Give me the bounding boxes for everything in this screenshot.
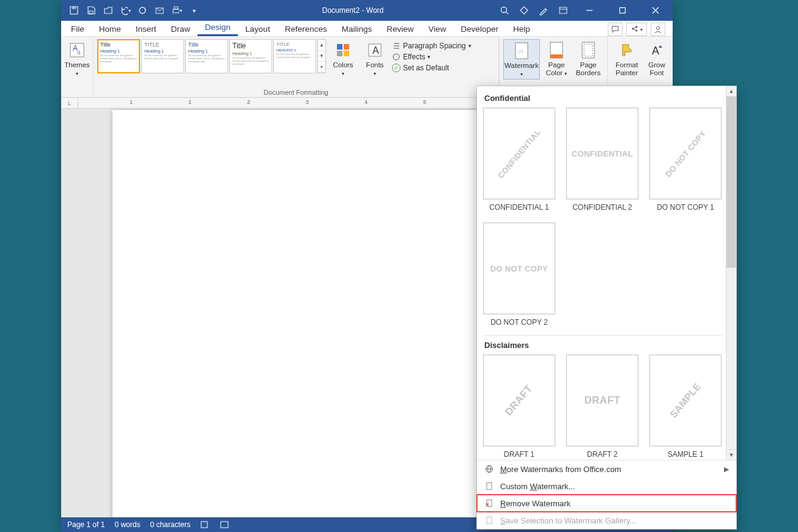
status-proofing-icon[interactable] (200, 520, 210, 529)
svg-rect-9 (560, 7, 567, 13)
themes-button[interactable]: Aa Themes▾ (65, 39, 89, 78)
tab-references[interactable]: References (278, 22, 334, 36)
status-chars[interactable]: 0 characters (150, 520, 190, 529)
svg-text:A: A (652, 45, 659, 57)
window-mode-icon[interactable] (558, 5, 569, 16)
tab-insert[interactable]: Insert (128, 22, 164, 36)
quick-access-toolbar: ▾ ▾ ▾ (61, 5, 207, 16)
account-button[interactable] (651, 23, 665, 36)
group-document-formatting: TitleHeading 1On the Insert tab, the gal… (94, 37, 499, 97)
page-formatting-options: Paragraph Spacing ▾ Effects ▾ ✓Set as De… (392, 39, 471, 72)
svg-rect-1 (72, 7, 76, 9)
style-set-thumb[interactable]: TITLEHeading 1On the Insert tab, the gal… (141, 39, 184, 73)
wm-more-online[interactable]: More Watermarks from Office.com ▶ (477, 460, 736, 478)
qat-more-icon[interactable]: ▾ (188, 5, 199, 16)
tab-developer[interactable]: Developer (454, 22, 506, 36)
group-label: Document Formatting (264, 87, 328, 97)
status-words[interactable]: 0 words (114, 520, 140, 529)
wm-item-do-not-copy-2[interactable]: DO NOT COPY DO NOT COPY 2 (483, 223, 555, 327)
svg-point-7 (501, 7, 507, 13)
quick-print-icon[interactable]: ▾ (171, 5, 182, 16)
tab-draw[interactable]: Draw (164, 22, 198, 36)
wm-item-confidential-1[interactable]: CONFIDENTIAL CONFIDENTIAL 1 (483, 108, 555, 212)
minimize-button[interactable] (577, 0, 602, 21)
diamond-icon[interactable] (519, 5, 530, 16)
scroll-down-icon[interactable]: ▼ (726, 449, 736, 460)
tab-layout[interactable]: Layout (238, 22, 278, 36)
watermark-gallery-panel: Confidential CONFIDENTIAL CONFIDENTIAL 1… (476, 86, 737, 530)
svg-point-16 (632, 28, 634, 30)
redo-icon[interactable] (137, 5, 148, 16)
svg-rect-22 (337, 44, 342, 50)
tab-mailings[interactable]: Mailings (334, 22, 380, 36)
svg-text:a: a (77, 49, 81, 56)
wm-item-do-not-copy-1[interactable]: DO NOT COPY DO NOT COPY 1 (649, 108, 722, 212)
wm-section-confidential: Confidential (483, 90, 722, 108)
tab-file[interactable]: File (64, 22, 92, 36)
set-as-default-button[interactable]: ✓Set as Default (392, 64, 471, 72)
style-set-thumb[interactable]: TitleHeading 1On the Insert tab, the gal… (185, 39, 228, 73)
pen-icon[interactable] (538, 5, 549, 16)
svg-rect-48 (487, 517, 492, 524)
grow-font-button[interactable]: A Grow Font (645, 39, 669, 78)
save-icon[interactable] (86, 5, 97, 16)
search-icon[interactable] (499, 5, 510, 16)
tab-view[interactable]: View (421, 22, 453, 36)
tab-review[interactable]: Review (379, 22, 421, 36)
paragraph-spacing-button[interactable]: Paragraph Spacing ▾ (392, 42, 471, 50)
undo-icon[interactable]: ▾ (120, 5, 131, 16)
wm-menu: More Watermarks from Office.com ▶ Custom… (477, 460, 736, 529)
gallery-scroll[interactable]: ▲▼▾ (317, 39, 326, 73)
page-color-button[interactable]: Page Color ▾ (542, 39, 571, 78)
scrollbar-thumb[interactable] (726, 97, 736, 268)
close-button[interactable] (643, 0, 668, 21)
autosave-icon[interactable] (68, 5, 79, 16)
page-icon (484, 481, 494, 491)
colors-button[interactable]: Colors▾ (328, 39, 358, 78)
svg-rect-12 (620, 8, 626, 13)
svg-rect-46 (487, 483, 492, 490)
svg-rect-24 (337, 51, 342, 56)
maximize-button[interactable] (610, 0, 635, 21)
style-set-thumb[interactable]: TitleHeading 1On the Insert tab, the gal… (229, 39, 272, 73)
comments-button[interactable] (608, 23, 623, 36)
status-macro-icon[interactable] (220, 520, 229, 529)
format-painter-button[interactable]: Format Painter (611, 39, 642, 78)
watermark-button[interactable]: Aa Watermark▾ (503, 39, 540, 79)
wm-item-draft-1[interactable]: DRAFT DRAFT 1 (483, 355, 555, 459)
page-save-icon (484, 515, 494, 525)
email-icon[interactable] (154, 5, 165, 16)
status-page[interactable]: Page 1 of 1 (67, 520, 105, 529)
style-set-gallery[interactable]: TitleHeading 1On the Insert tab, the gal… (97, 39, 326, 73)
svg-rect-35 (550, 54, 563, 58)
page-remove-icon (484, 498, 494, 508)
wm-custom[interactable]: Custom Watermark... (477, 478, 736, 495)
ruler-corner[interactable]: L (61, 98, 78, 109)
scroll-up-icon[interactable]: ▲ (726, 86, 736, 97)
tab-help[interactable]: Help (506, 22, 538, 36)
window-title: Document2 - Word (207, 6, 499, 15)
fonts-button[interactable]: A Fonts▾ (360, 39, 390, 78)
tab-design[interactable]: Design (198, 20, 238, 36)
wm-item-confidential-2[interactable]: CONFIDENTIAL CONFIDENTIAL 2 (566, 108, 638, 212)
svg-rect-5 (173, 9, 179, 13)
style-set-thumb[interactable]: TitleHeading 1On the Insert tab, the gal… (97, 39, 140, 73)
document-page[interactable] (113, 110, 487, 517)
wm-remove[interactable]: Remove Watermark (477, 495, 736, 512)
svg-point-15 (636, 26, 638, 28)
open-icon[interactable] (103, 5, 114, 16)
svg-point-31 (393, 54, 399, 60)
svg-rect-40 (221, 522, 228, 528)
wm-save-selection: Save Selection to Watermark Gallery... (477, 512, 736, 529)
svg-rect-47 (487, 500, 492, 507)
effects-button[interactable]: Effects ▾ (392, 53, 471, 61)
wm-item-draft-2[interactable]: DRAFT DRAFT 2 (566, 355, 638, 459)
page-borders-button[interactable]: Page Borders (573, 39, 604, 78)
svg-text:A: A (372, 45, 379, 56)
title-bar-right (499, 0, 673, 21)
tab-home[interactable]: Home (92, 22, 128, 36)
share-button[interactable]: ▾ (626, 23, 647, 36)
style-set-thumb[interactable]: TITLEHEADING 1On the Insert tab, the gal… (273, 39, 316, 73)
wm-item-sample-1[interactable]: SAMPLE SAMPLE 1 (649, 355, 722, 459)
wm-scrollbar[interactable]: ▲ ▼ (726, 86, 736, 460)
